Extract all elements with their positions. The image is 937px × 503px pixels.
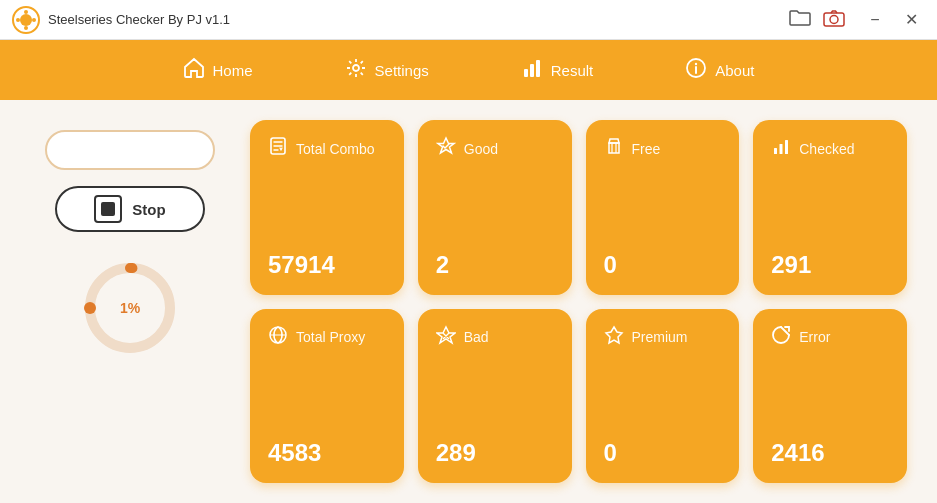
folder-icon[interactable] xyxy=(789,9,811,31)
error-label: Error xyxy=(799,329,830,345)
error-icon xyxy=(771,325,791,350)
total-proxy-value: 4583 xyxy=(268,439,386,467)
nav-result-label: Result xyxy=(551,62,594,79)
premium-icon xyxy=(604,325,624,350)
total-combo-value: 57914 xyxy=(268,251,386,279)
total-combo-label: Total Combo xyxy=(296,141,375,157)
error-value: 2416 xyxy=(771,439,889,467)
svg-rect-9 xyxy=(524,69,528,77)
bad-icon xyxy=(436,325,456,350)
total-combo-icon xyxy=(268,136,288,161)
stop-label: Stop xyxy=(132,201,165,218)
svg-point-16 xyxy=(84,302,96,314)
stop-inner-square xyxy=(101,202,115,216)
stats-grid: Total Combo 57914 Good 2 xyxy=(250,120,907,483)
stat-header-error: Error xyxy=(771,325,889,350)
home-icon xyxy=(183,57,205,84)
nav-bar: Home Settings Result About xyxy=(0,40,937,100)
good-label: Good xyxy=(464,141,498,157)
stat-card-total-proxy: Total Proxy 4583 xyxy=(250,309,404,484)
nav-settings-label: Settings xyxy=(375,62,429,79)
svg-rect-20 xyxy=(785,140,788,154)
app-logo xyxy=(12,6,40,34)
stat-card-checked: Checked 291 xyxy=(753,120,907,295)
nav-settings[interactable]: Settings xyxy=(329,49,445,92)
progress-circle: 1% xyxy=(80,258,180,358)
svg-rect-11 xyxy=(536,60,540,77)
premium-label: Premium xyxy=(632,329,688,345)
stat-header-bad: Bad xyxy=(436,325,554,350)
stat-header-total-proxy: Total Proxy xyxy=(268,325,386,350)
svg-point-8 xyxy=(353,65,359,71)
nav-about-label: About xyxy=(715,62,754,79)
bad-value: 289 xyxy=(436,439,554,467)
good-value: 2 xyxy=(436,251,554,279)
stat-card-good: Good 2 xyxy=(418,120,572,295)
free-icon xyxy=(604,136,624,161)
stat-card-total-combo: Total Combo 57914 xyxy=(250,120,404,295)
svg-point-13 xyxy=(695,62,697,64)
title-bar: Steelseries Checker By PJ v1.1 − ✕ xyxy=(0,0,937,40)
svg-rect-19 xyxy=(780,144,783,154)
stat-card-free: Free 0 xyxy=(586,120,740,295)
premium-value: 0 xyxy=(604,439,722,467)
checked-icon xyxy=(771,136,791,161)
stat-header-checked: Checked xyxy=(771,136,889,161)
settings-icon xyxy=(345,57,367,84)
good-icon xyxy=(436,136,456,161)
stop-button[interactable]: Stop xyxy=(55,186,205,232)
minimize-button[interactable]: − xyxy=(861,6,889,34)
result-icon xyxy=(521,57,543,84)
total-proxy-icon xyxy=(268,325,288,350)
stat-header-good: Good xyxy=(436,136,554,161)
stop-icon xyxy=(94,195,122,223)
svg-rect-10 xyxy=(530,64,534,77)
svg-point-3 xyxy=(24,26,28,30)
about-icon xyxy=(685,57,707,84)
stat-header-total-combo: Total Combo xyxy=(268,136,386,161)
nav-about[interactable]: About xyxy=(669,49,770,92)
close-button[interactable]: ✕ xyxy=(897,6,925,34)
svg-point-2 xyxy=(24,10,28,14)
stat-card-premium: Premium 0 xyxy=(586,309,740,484)
nav-result[interactable]: Result xyxy=(505,49,610,92)
nav-home[interactable]: Home xyxy=(167,49,269,92)
camera-icon[interactable] xyxy=(823,9,845,31)
stat-card-error: Error 2416 xyxy=(753,309,907,484)
stat-card-bad: Bad 289 xyxy=(418,309,572,484)
left-panel: Stop 1% xyxy=(30,120,230,483)
total-proxy-label: Total Proxy xyxy=(296,329,365,345)
svg-point-7 xyxy=(830,15,838,23)
checked-value: 291 xyxy=(771,251,889,279)
svg-point-5 xyxy=(32,18,36,22)
bad-label: Bad xyxy=(464,329,489,345)
nav-home-label: Home xyxy=(213,62,253,79)
svg-point-1 xyxy=(20,14,32,26)
svg-point-4 xyxy=(16,18,20,22)
window-controls: − ✕ xyxy=(789,6,925,34)
progress-label: 1% xyxy=(120,300,140,316)
main-content: Stop 1% xyxy=(0,100,937,503)
stat-header-free: Free xyxy=(604,136,722,161)
app-title: Steelseries Checker By PJ v1.1 xyxy=(48,12,789,27)
free-label: Free xyxy=(632,141,661,157)
checked-label: Checked xyxy=(799,141,854,157)
file-input[interactable] xyxy=(45,130,215,170)
svg-rect-18 xyxy=(774,148,777,154)
free-value: 0 xyxy=(604,251,722,279)
stat-header-premium: Premium xyxy=(604,325,722,350)
